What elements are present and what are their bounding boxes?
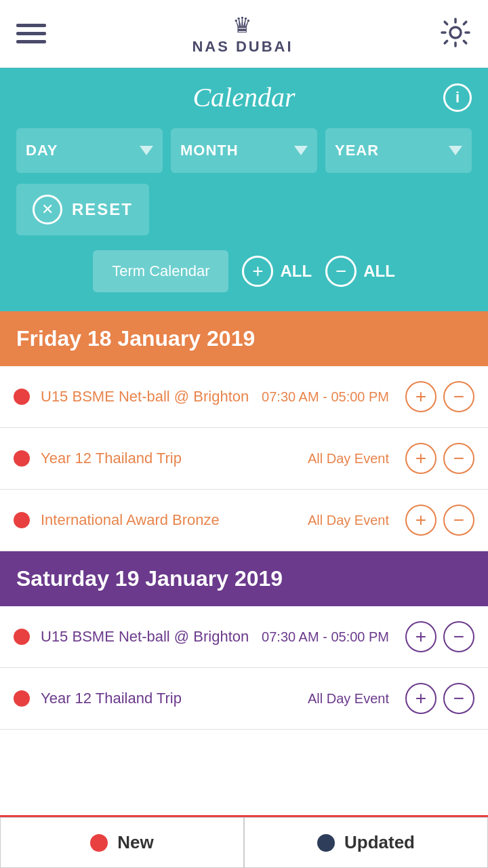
term-calendar-button[interactable]: Term Calendar [93,250,228,292]
remove-all-icon: − [325,256,357,287]
event-dot [14,450,30,467]
remove-event-button[interactable]: − [443,381,474,412]
event-time: 07:30 AM - 05:00 PM [262,389,389,405]
calendar-title-row: Calendar i [16,81,472,113]
event-title: International Award Bronze [41,511,297,530]
svg-point-0 [450,27,461,38]
hamburger-menu-button[interactable] [16,24,46,43]
table-row: U15 BSME Net-ball @ Brighton 07:30 AM - … [0,606,488,668]
remove-all-label: ALL [363,262,395,281]
month-dropdown-label: MONTH [180,142,239,159]
updated-label: Updated [344,832,415,853]
add-event-button[interactable]: + [405,683,436,714]
remove-event-button[interactable]: − [443,505,474,536]
year-dropdown[interactable]: YEAR [325,128,472,173]
remove-event-button[interactable]: − [443,621,474,652]
new-label: New [117,832,153,853]
add-event-button[interactable]: + [405,621,436,652]
add-all-label: ALL [280,262,312,281]
reset-icon: ✕ [33,195,62,224]
logo: ♛ NAS DUBAI [192,12,293,56]
updated-dot [317,834,335,852]
event-actions: + − [405,505,474,536]
event-actions: + − [405,683,474,714]
reset-label: RESET [72,200,133,219]
term-calendar-label: Term Calendar [112,262,209,279]
info-button[interactable]: i [443,83,472,112]
event-actions: + − [405,443,474,474]
year-dropdown-label: YEAR [335,142,379,159]
new-legend-item[interactable]: New [0,817,244,868]
dropdowns-row: DAY MONTH YEAR [16,128,472,173]
add-event-button[interactable]: + [405,443,436,474]
remove-all-button[interactable]: − ALL [325,256,395,287]
date-header-friday: Friday 18 January 2019 [0,311,488,366]
reset-button[interactable]: ✕ RESET [16,184,149,235]
month-chevron-icon [294,146,308,155]
event-time: 07:30 AM - 05:00 PM [262,629,389,645]
controls-row: Term Calendar + ALL − ALL [16,250,472,292]
event-dot [14,389,30,405]
event-title: Year 12 Thailand Trip [41,449,297,469]
event-time: All Day Event [308,451,389,467]
event-dot [14,629,30,645]
remove-event-button[interactable]: − [443,683,474,714]
settings-button[interactable] [439,16,472,52]
event-title: Year 12 Thailand Trip [41,689,297,709]
add-event-button[interactable]: + [405,505,436,536]
app-header: ♛ NAS DUBAI [0,0,488,68]
event-title: U15 BSME Net-ball @ Brighton [41,627,251,647]
table-row: Year 12 Thailand Trip All Day Event + − [0,668,488,730]
saturday-events-list: U15 BSME Net-ball @ Brighton 07:30 AM - … [0,606,488,730]
table-row: Year 12 Thailand Trip All Day Event + − [0,428,488,490]
event-dot [14,690,30,707]
calendar-title: Calendar [192,81,295,113]
new-dot [90,834,108,852]
event-title: U15 BSME Net-ball @ Brighton [41,387,251,407]
friday-events-list: U15 BSME Net-ball @ Brighton 07:30 AM - … [0,366,488,551]
filter-section: Calendar i DAY MONTH YEAR ✕ RESET Term C… [0,68,488,311]
day-chevron-icon [140,146,153,155]
event-dot [14,512,30,528]
event-time: All Day Event [308,513,389,528]
date-header-saturday: Saturday 19 January 2019 [0,551,488,606]
day-dropdown[interactable]: DAY [16,128,163,173]
add-all-button[interactable]: + ALL [242,256,312,287]
event-time: All Day Event [308,691,389,707]
event-actions: + − [405,381,474,412]
brand-name: NAS DUBAI [192,38,293,56]
month-dropdown[interactable]: MONTH [171,128,317,173]
updated-legend-item[interactable]: Updated [244,817,488,868]
day-dropdown-label: DAY [26,142,58,159]
table-row: U15 BSME Net-ball @ Brighton 07:30 AM - … [0,366,488,428]
event-actions: + − [405,621,474,652]
table-row: International Award Bronze All Day Event… [0,490,488,551]
crown-icon: ♛ [232,12,252,38]
add-event-button[interactable]: + [405,381,436,412]
remove-event-button[interactable]: − [443,443,474,474]
legend-bar: New Updated [0,815,488,868]
add-all-icon: + [242,256,273,287]
events-container: Friday 18 January 2019 U15 BSME Net-ball… [0,311,488,730]
year-chevron-icon [449,146,462,155]
